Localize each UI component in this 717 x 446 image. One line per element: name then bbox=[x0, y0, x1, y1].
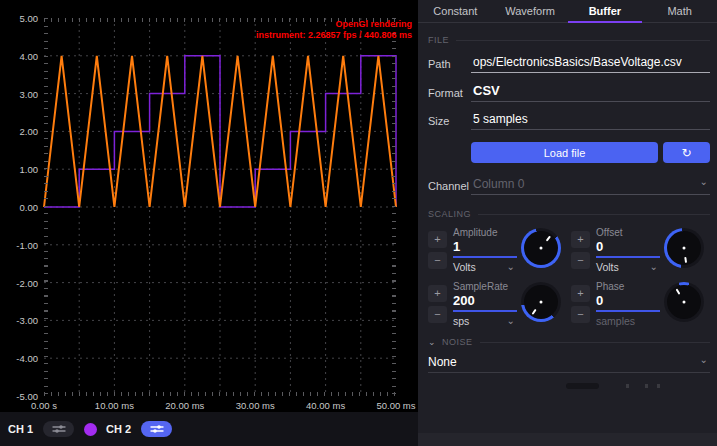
x-tick-label: 20.00 ms bbox=[165, 400, 204, 411]
path-label: Path bbox=[428, 58, 471, 73]
amplitude-decrement-button[interactable]: − bbox=[428, 252, 447, 269]
signal-generator-window: 5.004.003.002.001.000.00-1.00-2.00-3.00-… bbox=[0, 0, 717, 446]
offset-increment-button[interactable]: + bbox=[571, 231, 590, 248]
amplitude-knob[interactable] bbox=[521, 228, 561, 268]
offset-label: Offset bbox=[596, 227, 660, 238]
amplitude-unit-select[interactable]: Volts ⌄ bbox=[453, 261, 517, 273]
channel-bar: CH 1 CH 2 bbox=[0, 412, 418, 446]
channel-select[interactable]: Column 0 ⌄ bbox=[471, 177, 710, 195]
phase-value-input[interactable]: 0 bbox=[596, 293, 660, 312]
noise-section-header: ⌄ NOISE bbox=[428, 337, 710, 347]
y-tick-label: 5.00 bbox=[0, 13, 38, 24]
amplitude-label: Amplitude bbox=[453, 227, 517, 238]
x-tick-label: 10.00 ms bbox=[95, 400, 134, 411]
load-file-button[interactable]: Load file bbox=[471, 142, 658, 163]
amplitude-increment-button[interactable]: + bbox=[428, 231, 447, 248]
size-label: Size bbox=[428, 115, 471, 130]
tab-math[interactable]: Math bbox=[642, 0, 717, 22]
amplitude-control: + − Amplitude 1 Volts ⌄ bbox=[428, 225, 567, 273]
offset-value-input[interactable]: 0 bbox=[596, 239, 660, 258]
samplerate-unit-select[interactable]: sps ⌄ bbox=[453, 315, 517, 327]
amplitude-steppers: + − bbox=[428, 231, 447, 269]
samplerate-knob[interactable] bbox=[521, 282, 561, 322]
x-tick-label: 0.00 s bbox=[31, 400, 57, 411]
samplerate-text: SampleRate 200 sps ⌄ bbox=[453, 279, 517, 327]
chevron-down-icon: ⌄ bbox=[696, 177, 710, 191]
ch1-settings-toggle[interactable] bbox=[43, 421, 74, 437]
buffer-settings-panel: Constant Waveform Buffer Math FILE Path … bbox=[418, 0, 717, 446]
phase-knob[interactable] bbox=[664, 282, 704, 322]
tab-waveform[interactable]: Waveform bbox=[493, 0, 568, 22]
size-row: Size 5 samples bbox=[428, 112, 710, 130]
ch2-label: CH 2 bbox=[106, 423, 131, 435]
phase-unit-label: samples bbox=[596, 315, 635, 327]
y-tick-label: 2.00 bbox=[0, 126, 38, 137]
y-tick-label: -2.00 bbox=[0, 278, 38, 289]
chevron-down-icon: ⌄ bbox=[648, 262, 660, 272]
phase-decrement-button[interactable]: − bbox=[571, 306, 590, 323]
knob-center-dot bbox=[540, 301, 543, 304]
chevron-down-icon: ⌄ bbox=[505, 262, 517, 272]
section-divider bbox=[478, 214, 710, 215]
tab-buffer[interactable]: Buffer bbox=[568, 0, 643, 22]
waveform-canvas bbox=[0, 0, 418, 412]
sliders-icon bbox=[51, 424, 67, 434]
ch2-settings-toggle[interactable] bbox=[141, 421, 172, 437]
knob-center-dot bbox=[683, 301, 686, 304]
ch1-label: CH 1 bbox=[8, 423, 33, 435]
faded-artifact-dot bbox=[645, 384, 648, 388]
refresh-icon: ↻ bbox=[681, 146, 691, 160]
amplitude-unit: Volts bbox=[453, 261, 476, 273]
y-tick-label: 0.00 bbox=[0, 202, 38, 213]
offset-decrement-button[interactable]: − bbox=[571, 252, 590, 269]
noise-value-wrap: None ⌄ bbox=[428, 355, 710, 373]
noise-section-label: NOISE bbox=[442, 337, 473, 347]
samplerate-decrement-button[interactable]: − bbox=[428, 306, 447, 323]
phase-increment-button[interactable]: + bbox=[571, 285, 590, 302]
noise-select[interactable]: None ⌄ bbox=[428, 355, 710, 373]
path-input[interactable]: ops/ElectronicsBasics/BaseVoltage.csv bbox=[471, 55, 710, 73]
y-tick-label: 4.00 bbox=[0, 51, 38, 62]
offset-text: Offset 0 Volts ⌄ bbox=[596, 225, 660, 273]
mode-tabs: Constant Waveform Buffer Math bbox=[418, 0, 717, 23]
phase-control: + − Phase 0 samples bbox=[571, 279, 710, 327]
overlay-line-1: OpenGl rendering bbox=[256, 19, 412, 30]
phase-label: Phase bbox=[596, 281, 660, 292]
file-section-label: FILE bbox=[428, 35, 449, 45]
y-tick-label: 3.00 bbox=[0, 89, 38, 100]
panel-body: FILE Path ops/ElectronicsBasics/BaseVolt… bbox=[418, 35, 717, 373]
section-divider bbox=[480, 342, 710, 343]
phase-unit: samples bbox=[596, 315, 660, 327]
chevron-down-icon: ⌄ bbox=[505, 316, 517, 326]
x-tick-label: 30.00 ms bbox=[236, 400, 275, 411]
file-section-header: FILE bbox=[428, 35, 710, 45]
scaling-controls: + − Amplitude 1 Volts ⌄ bbox=[428, 225, 710, 327]
knob-center-dot bbox=[683, 247, 686, 250]
plot-ticks-left bbox=[44, 18, 48, 396]
overlay-line-2: instrument: 2.26857 fps / 440.806 ms bbox=[256, 30, 412, 41]
refresh-button[interactable]: ↻ bbox=[663, 142, 710, 163]
offset-knob[interactable] bbox=[664, 228, 704, 268]
channel-value: Column 0 bbox=[473, 177, 696, 191]
offset-unit-select[interactable]: Volts ⌄ bbox=[596, 261, 660, 273]
format-label: Format bbox=[428, 87, 471, 102]
sliders-icon bbox=[149, 424, 165, 434]
offset-steppers: + − bbox=[571, 231, 590, 269]
plot-ticks-right bbox=[392, 18, 396, 396]
y-tick-label: -3.00 bbox=[0, 315, 38, 326]
ch2-color-dot bbox=[84, 423, 97, 436]
collapse-chevron-icon[interactable]: ⌄ bbox=[428, 337, 436, 347]
samplerate-value-input[interactable]: 200 bbox=[453, 293, 517, 312]
tab-constant[interactable]: Constant bbox=[418, 0, 493, 22]
offset-control: + − Offset 0 Volts ⌄ bbox=[571, 225, 710, 273]
phase-steppers: + − bbox=[571, 285, 590, 323]
amplitude-value-input[interactable]: 1 bbox=[453, 239, 517, 258]
chevron-down-icon: ⌄ bbox=[696, 355, 710, 369]
faded-artifact-dot bbox=[657, 384, 660, 388]
fps-overlay: OpenGl rendering instrument: 2.26857 fps… bbox=[256, 19, 412, 41]
faded-artifact bbox=[566, 383, 599, 389]
samplerate-increment-button[interactable]: + bbox=[428, 285, 447, 302]
offset-unit: Volts bbox=[596, 261, 619, 273]
y-tick-label: 1.00 bbox=[0, 164, 38, 175]
panel-footer bbox=[418, 433, 717, 446]
